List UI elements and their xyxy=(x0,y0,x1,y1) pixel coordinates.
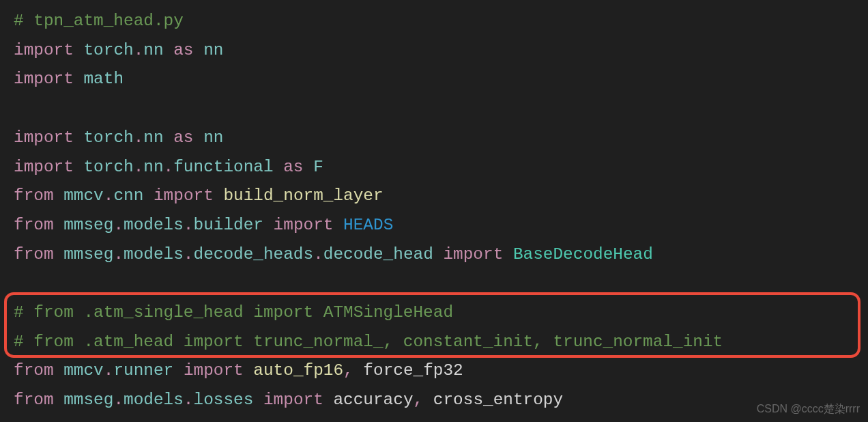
comment-line: # from .atm_single_head import ATMSingle… xyxy=(14,303,453,322)
comment-line: # from .atm_head import trunc_normal_, c… xyxy=(14,333,723,351)
code-block: # tpn_atm_head.py import torch.nn as nn … xyxy=(0,0,868,415)
kw-import: import xyxy=(14,70,74,88)
comment-line: # tpn_atm_head.py xyxy=(14,12,184,30)
kw-import: import xyxy=(14,41,74,59)
